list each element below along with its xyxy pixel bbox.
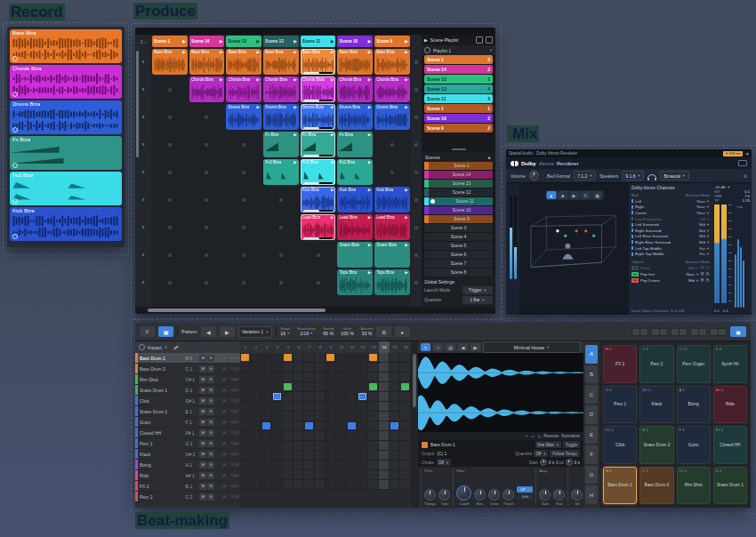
stop-cell[interactable] [168, 198, 172, 202]
play-playlist-icon[interactable]: ▶ [424, 37, 428, 43]
step-cell[interactable] [379, 441, 390, 451]
step-cell[interactable] [347, 402, 358, 412]
variation-select[interactable]: Variation 1▼ [238, 326, 272, 338]
step-cell[interactable] [379, 470, 390, 480]
step-cell[interactable] [368, 470, 379, 480]
scene-play-icon[interactable]: ▶ [331, 39, 334, 44]
step-cell[interactable] [261, 382, 272, 392]
step-cell[interactable] [251, 363, 261, 373]
soft-button[interactable]: Soft [517, 493, 533, 500]
step-cell[interactable] [294, 382, 304, 392]
step-cell[interactable] [272, 470, 283, 480]
step-cell[interactable] [336, 480, 347, 490]
solo-button[interactable]: S [207, 451, 214, 458]
step-cell[interactable] [240, 480, 251, 490]
step-cell[interactable] [304, 441, 315, 451]
stop-all-cell[interactable] [411, 103, 422, 131]
stop-all-cell[interactable] [411, 186, 422, 213]
launcher-cell[interactable] [189, 268, 226, 296]
step-cell[interactable] [315, 392, 326, 402]
stop-cell[interactable] [168, 281, 172, 285]
end-knob[interactable] [566, 459, 573, 466]
step-cell[interactable] [261, 353, 272, 363]
drum-pad[interactable]: C# 2Perc Organ [677, 345, 711, 383]
step-cell[interactable] [400, 382, 411, 392]
launcher-cell[interactable] [151, 186, 189, 213]
step-cell[interactable] [272, 451, 283, 461]
clip-play-icon[interactable]: ▶ [405, 50, 407, 54]
launcher-cell[interactable]: Lead Biza▶ [336, 213, 374, 241]
step-cell[interactable] [315, 480, 326, 490]
step-cell[interactable] [294, 373, 304, 382]
launcher-cell[interactable] [151, 131, 189, 158]
launcher-cell[interactable]: Bass Biza▶ [300, 48, 337, 76]
launcher-clip[interactable]: Fx2 Biza▶ [301, 159, 336, 185]
step-cell[interactable] [261, 363, 272, 373]
step-cell[interactable] [294, 421, 304, 431]
step-cell[interactable] [358, 353, 368, 363]
drum-pad[interactable]: B 1FX 2 [603, 345, 637, 383]
step-cell[interactable] [261, 373, 272, 382]
scene-play-icon[interactable]: ▶ [257, 39, 260, 44]
launcher-clip[interactable]: Bass Biza▶ [152, 49, 188, 75]
pattern-track-row[interactable]: Perc 1G 1MS161/16 [135, 438, 240, 449]
step-cell[interactable] [400, 470, 411, 480]
step-cell[interactable] [283, 382, 294, 392]
step-cell[interactable] [261, 392, 272, 402]
launcher-cell[interactable]: Chords Biza▶ [300, 76, 337, 103]
step-cell[interactable] [336, 470, 347, 480]
knob-control[interactable] [553, 489, 565, 501]
clip-play-icon[interactable]: ▶ [294, 105, 296, 109]
stop-cell[interactable] [242, 281, 245, 285]
step-cell[interactable] [283, 353, 294, 363]
step-cell[interactable] [272, 402, 283, 412]
step-cell[interactable] [240, 470, 251, 480]
step-cell[interactable] [379, 382, 390, 392]
step-cell[interactable] [358, 392, 368, 402]
step-cell[interactable] [283, 373, 294, 382]
clip-play-icon[interactable]: ▶ [368, 50, 371, 54]
step-cell[interactable] [294, 461, 304, 470]
step-cell[interactable] [400, 421, 411, 431]
pattern-track-row[interactable]: BoingA 1MS161/16 [135, 460, 240, 470]
step-cell[interactable] [294, 470, 304, 480]
normalize-button[interactable]: Normalize [561, 434, 580, 438]
stop-cell[interactable] [205, 226, 208, 229]
launcher-clip[interactable]: Drums Biza▶ [301, 104, 336, 130]
drum-pad[interactable]: F 1Guiro [677, 426, 711, 464]
playlist-entry[interactable]: Scene 102 [424, 114, 493, 123]
stop-cell[interactable] [279, 281, 283, 285]
scene-list-item[interactable]: Scene 12 [424, 188, 493, 196]
stop-cell[interactable] [168, 253, 172, 257]
stop-cell[interactable] [317, 253, 320, 257]
step-cell[interactable] [283, 441, 294, 451]
mute-button[interactable]: M [199, 376, 206, 383]
step-cell[interactable] [390, 421, 400, 431]
launcher-cell[interactable]: Bass Biza▶ [189, 48, 226, 76]
clip-play-icon[interactable]: ▶ [257, 50, 260, 54]
step-cell[interactable] [326, 392, 336, 402]
step-cell[interactable] [390, 441, 400, 451]
step-cell[interactable] [358, 412, 368, 421]
stop-all-cell[interactable] [411, 131, 422, 158]
step-cell[interactable] [347, 373, 358, 382]
stop-all-cell[interactable] [411, 48, 422, 76]
stop-cell[interactable] [205, 253, 208, 257]
step-cell[interactable] [294, 441, 304, 451]
envelope-view-button[interactable]: ≈ [433, 343, 443, 351]
step-cell[interactable] [251, 461, 261, 470]
step-cell[interactable] [400, 392, 411, 402]
clip-play-icon[interactable]: ▶ [331, 50, 334, 54]
scene-trigger[interactable]: Scene 13▶ [226, 36, 261, 47]
step-cell[interactable] [390, 431, 400, 441]
step-cell[interactable] [315, 412, 326, 421]
drum-pad[interactable]: D 2Synth Hit [713, 345, 747, 383]
knob-control[interactable] [488, 489, 500, 501]
choke-select[interactable]: Off▼ [437, 459, 451, 466]
step-cell[interactable] [336, 402, 347, 412]
clip-play-icon[interactable]: ▶ [182, 50, 185, 54]
step-cell[interactable] [251, 431, 261, 441]
prev-pattern-button[interactable]: ◀ [201, 326, 216, 337]
scene-play-icon[interactable]: ▶ [182, 39, 185, 44]
launcher-cell[interactable]: Bass Biza▶ [374, 48, 411, 76]
